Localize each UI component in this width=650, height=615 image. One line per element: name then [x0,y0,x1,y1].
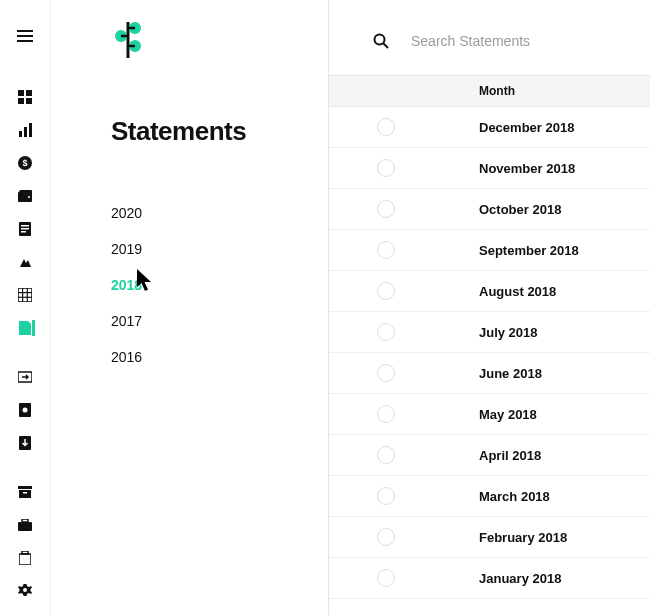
svg-rect-11 [21,228,29,230]
radio-icon[interactable] [377,364,395,382]
briefcase-icon[interactable] [17,517,33,533]
table-row[interactable]: December 2018 [329,107,650,148]
svg-rect-18 [22,326,29,327]
table-row[interactable]: August 2018 [329,271,650,312]
hamburger-menu-icon[interactable] [17,28,33,44]
search-icon[interactable] [373,33,389,49]
svg-point-37 [375,35,385,45]
logo [51,20,328,64]
svg-rect-5 [24,127,27,137]
row-label: March 2018 [479,489,550,504]
row-label: December 2018 [479,120,574,135]
row-label: October 2018 [479,202,561,217]
receipt-icon[interactable] [17,221,33,237]
table-row[interactable]: July 2018 [329,312,650,353]
radio-icon[interactable] [377,405,395,423]
radio-icon[interactable] [377,200,395,218]
radio-icon[interactable] [377,569,395,587]
table-row[interactable]: April 2018 [329,435,650,476]
svg-rect-26 [19,490,31,498]
svg-rect-0 [18,90,24,96]
row-label: August 2018 [479,284,556,299]
row-label: July 2018 [479,325,538,340]
year-item-2018[interactable]: 2018 [111,267,328,303]
wallet-icon[interactable] [17,188,33,204]
svg-rect-2 [18,98,24,104]
page-icon[interactable] [17,402,33,418]
dashboard-icon[interactable] [17,89,33,105]
svg-rect-12 [21,231,26,233]
row-label: February 2018 [479,530,567,545]
icon-rail: $ [0,0,51,615]
table-row[interactable]: January 2018 [329,558,650,599]
table-row[interactable]: June 2018 [329,353,650,394]
table-row[interactable]: September 2018 [329,230,650,271]
active-indicator [32,320,35,336]
year-list: 2020 2019 2018 2017 2016 [51,195,328,375]
main-content: Month December 2018 November 2018 Octobe… [329,0,650,615]
download-icon[interactable] [17,435,33,451]
row-label: June 2018 [479,366,542,381]
table-row[interactable]: November 2018 [329,148,650,189]
svg-rect-13 [18,288,32,302]
money-icon[interactable]: $ [17,155,33,171]
year-item-2019[interactable]: 2019 [111,231,328,267]
search-input[interactable] [411,33,611,49]
row-label: April 2018 [479,448,541,463]
svg-text:$: $ [22,158,27,168]
chart-icon[interactable] [17,122,33,138]
transfer-icon[interactable] [17,369,33,385]
radio-icon[interactable] [377,118,395,136]
grid-icon[interactable] [17,287,33,303]
table-header-month: Month [329,75,650,107]
svg-line-38 [384,44,389,49]
radio-icon[interactable] [377,241,395,259]
svg-rect-31 [22,551,28,554]
svg-point-23 [23,408,28,413]
radio-icon[interactable] [377,487,395,505]
svg-rect-10 [21,225,29,227]
page-title: Statements [51,116,328,147]
svg-rect-4 [19,131,22,137]
table-row[interactable]: October 2018 [329,189,650,230]
year-item-2020[interactable]: 2020 [111,195,328,231]
year-item-2016[interactable]: 2016 [111,339,328,375]
radio-icon[interactable] [377,528,395,546]
svg-rect-3 [26,98,32,104]
archive-icon[interactable] [17,484,33,500]
year-item-2017[interactable]: 2017 [111,303,328,339]
table-row[interactable]: February 2018 [329,517,650,558]
left-panel: Statements 2020 2019 2018 2017 2016 [51,0,329,615]
svg-rect-25 [18,486,32,489]
row-label: November 2018 [479,161,575,176]
svg-rect-20 [22,332,26,333]
svg-rect-1 [26,90,32,96]
svg-rect-27 [23,492,27,494]
row-label: May 2018 [479,407,537,422]
gear-icon[interactable] [17,583,33,599]
search-bar [329,0,650,75]
table-row[interactable]: May 2018 [329,394,650,435]
statements-table: December 2018 November 2018 October 2018… [329,107,650,599]
svg-rect-28 [22,519,28,522]
box-icon[interactable] [17,550,33,566]
svg-rect-29 [18,522,32,531]
svg-rect-19 [22,329,29,330]
row-label: January 2018 [479,571,561,586]
radio-icon[interactable] [377,446,395,464]
svg-rect-30 [19,554,31,565]
statements-icon[interactable] [17,320,33,336]
svg-rect-6 [29,123,32,137]
hand-icon[interactable] [17,254,33,270]
row-label: September 2018 [479,243,579,258]
radio-icon[interactable] [377,282,395,300]
radio-icon[interactable] [377,323,395,341]
table-row[interactable]: March 2018 [329,476,650,517]
svg-point-32 [23,588,27,592]
radio-icon[interactable] [377,159,395,177]
